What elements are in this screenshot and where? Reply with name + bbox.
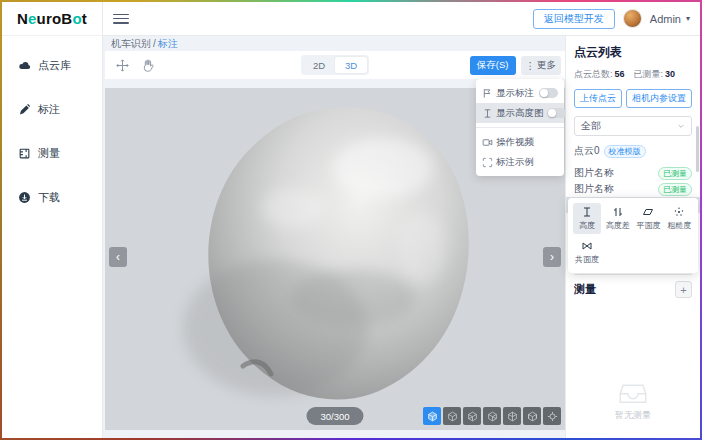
parallelogram-icon [642,206,654,218]
sidebar-item-label: 标注 [38,102,60,117]
image-name: 图片名称 [574,166,658,180]
cube-icon [467,411,478,422]
pointcloud-group-row[interactable]: 点云0 校准模版 [574,144,692,158]
view-orientation-buttons [423,407,561,425]
tool-height-difference[interactable]: 高度差 [604,203,632,234]
empty-tray-icon [616,380,650,406]
app-body: NeuroBot 点云库 标注 测量 下载 返回模型开发 Admin▾ 机车识别… [2,2,700,438]
view-front-button[interactable] [443,407,461,425]
sidebar-item-measure[interactable]: 测量 [2,138,102,168]
menu-item-show-annotations[interactable]: 显示标注 [476,83,564,103]
menu-item-show-heightmap[interactable]: 显示高度图 [476,103,564,123]
toolbar-actions: 保存(S) ⋮更多 [470,56,565,75]
list-scrollbar[interactable] [696,126,699,172]
prev-image-button[interactable]: ‹ [109,247,127,267]
more-dropdown-menu: 显示标注 显示高度图 操作视频 标注示例 [476,79,564,176]
sidebar: NeuroBot 点云库 标注 测量 下载 [2,2,103,438]
next-image-button[interactable]: › [543,247,561,267]
logo-accent-o: o [72,10,81,27]
canvas-toolbar: 2D 3D 保存(S) ⋮更多 [105,51,565,79]
show-annotations-toggle[interactable] [539,88,558,98]
view-isometric-button[interactable] [423,407,441,425]
image-list-item[interactable]: 图片名称 已测量 [574,165,692,181]
logo-text: N [17,10,28,27]
menu-divider [476,127,564,128]
empty-text: 暂无测量 [615,409,651,422]
image-name: 图片名称 [574,182,658,196]
sidebar-item-download[interactable]: 下载 [2,182,102,212]
breadcrumb-section[interactable]: 机车识别 [111,37,151,51]
measured-badge: 已测量 [658,183,692,196]
image-list-item[interactable]: 图片名称 已测量 [574,181,692,197]
view-back-button[interactable] [463,407,481,425]
view-left-button[interactable] [483,407,501,425]
logo-text: uro [37,10,62,27]
tool-flatness[interactable]: 平面度 [635,203,663,234]
height-ibeam-icon [482,108,493,119]
sidebar-item-pointcloud-library[interactable]: 点云库 [2,50,102,80]
cube-icon [507,411,518,422]
collapse-sidebar-icon[interactable] [113,12,129,26]
hand-tool-icon[interactable] [140,58,155,73]
tooth-3d-model [171,96,497,418]
tool-coplanarity[interactable]: 共面度 [573,237,601,268]
reset-view-button[interactable] [543,407,561,425]
transform-tools [105,58,155,73]
flag-icon [482,88,493,99]
save-button[interactable]: 保存(S) [470,56,516,75]
logo-accent-e: e [28,10,37,27]
menu-item-label: 操作视频 [496,136,558,149]
sidebar-item-annotate[interactable]: 标注 [2,94,102,124]
more-button[interactable]: ⋮更多 [521,56,562,75]
username: Admin [650,13,681,25]
breadcrumb: 机车识别/标注 [103,36,569,51]
tool-label: 平面度 [636,220,660,231]
user-menu[interactable]: Admin▾ [650,13,690,25]
mode-3d-button[interactable]: 3D [335,57,367,73]
stat-measured: 已测量:30 [634,68,676,81]
menu-item-annotation-example[interactable]: 标注示例 [476,152,564,172]
cube-icon [527,411,538,422]
camera-params-button[interactable]: 相机内参设置 [626,89,692,108]
mode-2d-button[interactable]: 2D [303,57,335,73]
tool-label: 高度差 [606,220,630,231]
back-to-model-dev-button[interactable]: 返回模型开发 [533,9,615,29]
panel-title: 点云列表 [574,44,692,61]
menu-item-tutorial-video[interactable]: 操作视频 [476,132,564,152]
tool-roughness[interactable]: 粗糙度 [665,203,693,234]
add-measure-button[interactable]: + [675,281,692,298]
menu-item-label: 显示高度图 [496,107,544,120]
stat-measured-value: 30 [665,69,675,79]
panel-divider [574,274,692,275]
chevron-down-icon: ▾ [686,14,690,23]
sidebar-item-label: 测量 [38,146,60,161]
crosshair-icon [547,411,558,422]
show-heightmap-toggle[interactable] [547,108,566,118]
app-logo: NeuroBot [2,2,102,36]
sidebar-item-label: 下载 [38,190,60,205]
cube-icon [447,411,458,422]
pen-icon [18,103,31,116]
chevron-down-icon [677,122,685,130]
filter-select[interactable]: 全部 [574,116,692,136]
panel-actions: 上传点云 相机内参设置 [574,89,692,108]
pointcloud-name: 点云0 [574,144,600,158]
tool-label: 共面度 [575,254,599,265]
sidebar-item-label: 点云库 [38,58,71,73]
upload-pointcloud-button[interactable]: 上传点云 [574,89,622,108]
cube-icon [427,411,438,422]
example-frame-icon [482,157,493,168]
view-top-button[interactable] [523,407,541,425]
move-tool-icon[interactable] [115,58,130,73]
stat-total-label: 点云总数: [574,69,613,79]
height-diff-icon [612,206,624,218]
tool-height[interactable]: 高度 [573,203,601,234]
stat-total-value: 56 [615,69,625,79]
top-bar-right: 返回模型开发 Admin▾ [533,9,700,29]
measure-section-header: 测量 + [574,281,692,298]
user-avatar[interactable] [623,9,642,28]
tool-label: 粗糙度 [667,220,691,231]
stat-measured-label: 已测量: [634,69,664,79]
coplanarity-icon [581,240,593,252]
view-right-button[interactable] [503,407,521,425]
